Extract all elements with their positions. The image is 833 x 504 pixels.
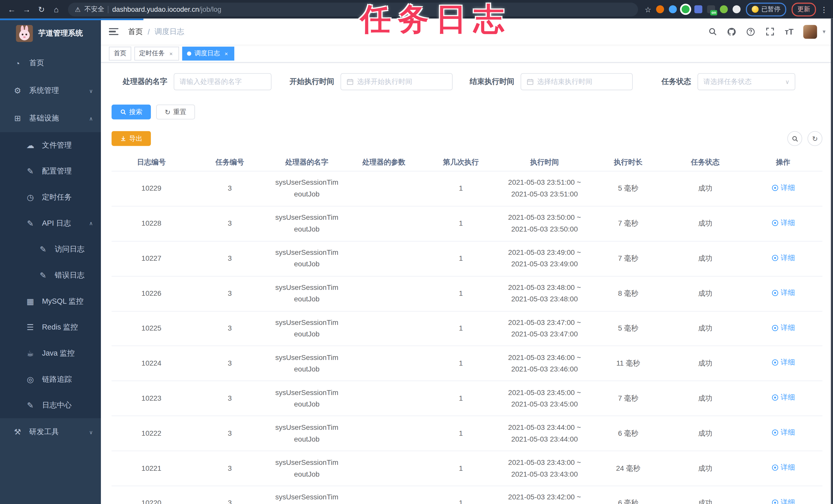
tab-首页[interactable]: 首页 <box>109 47 131 60</box>
toggle-search-button[interactable] <box>787 131 802 146</box>
sidebar-item-label: 首页 <box>29 58 44 68</box>
detail-link[interactable]: 详细 <box>771 322 795 334</box>
browser-reload-icon[interactable]: ↻ <box>35 3 48 16</box>
reset-button[interactable]: ↻ 重置 <box>156 105 195 120</box>
table-row: 10221 3 sysUserSessionTimeoutJob 1 2021-… <box>112 451 823 486</box>
end-time-picker[interactable]: 选择结束执行时间 <box>521 73 633 90</box>
ext-orange-ring-icon[interactable] <box>656 5 664 13</box>
detail-link[interactable]: 详细 <box>771 252 795 264</box>
address-bar[interactable]: ⚠ 不安全 dashboard.yudao.iocoder.cn/job/log <box>68 2 638 16</box>
detail-link[interactable]: 详细 <box>771 392 795 404</box>
sidebar-item-定时任务[interactable]: ◷定时任务 <box>0 184 101 210</box>
browser-home-icon[interactable]: ⌂ <box>50 3 63 16</box>
font-size-icon[interactable]: ᴛT <box>784 27 794 36</box>
sidebar-item-label: 配置管理 <box>42 166 72 176</box>
close-tab-icon[interactable]: × <box>168 50 174 56</box>
browser-menu-icon[interactable]: ⋮ <box>820 5 828 14</box>
cell-duration: 5 毫秒 <box>590 323 667 334</box>
cell-handler-name: sysUserSessionTimeoutJob <box>268 422 346 445</box>
user-menu-caret-icon[interactable]: ▾ <box>823 28 825 35</box>
sidebar-item-MySQL-监控[interactable]: ▦MySQL 监控 <box>0 288 101 314</box>
fullscreen-icon[interactable] <box>765 27 775 36</box>
eye-icon <box>771 499 779 504</box>
hamburger-icon[interactable] <box>109 26 119 37</box>
close-tab-icon[interactable]: × <box>223 50 230 56</box>
cell-actions: 详细 <box>744 182 822 195</box>
start-time-picker[interactable]: 选择开始执行时间 <box>340 73 453 90</box>
sidebar-item-label: Redis 监控 <box>42 322 78 332</box>
sidebar-item-Redis-监控[interactable]: ☰Redis 监控 <box>0 314 101 340</box>
ext-green-leaf-icon[interactable] <box>720 5 728 13</box>
cell-exec-time: 2021-05-03 23:47:00 ~2021-05-03 23:47:00 <box>499 317 590 340</box>
breadcrumb-home[interactable]: 首页 <box>128 27 143 36</box>
cell-exec-time: 2021-05-03 23:45:00 ~2021-05-03 23:45:00 <box>499 387 590 410</box>
cell-task-id: 3 <box>191 253 268 264</box>
sidebar-item-日志中心[interactable]: ✎日志中心 <box>0 392 101 418</box>
cell-retry-count: 1 <box>422 288 499 300</box>
sidebar-item-错误日志[interactable]: ✎错误日志 <box>0 262 101 288</box>
cell-log-id: 10227 <box>112 253 191 264</box>
cell-status: 成功 <box>667 253 744 264</box>
sidebar-item-label: 访问日志 <box>55 244 85 254</box>
ext-grid-icon[interactable] <box>694 5 703 13</box>
redis-monitor-icon: ☰ <box>24 322 37 332</box>
column-header: 执行时长 <box>590 157 667 167</box>
table-row: 10220 3 sysUserSessionTimeoutJob 1 2021-… <box>112 486 823 504</box>
detail-link[interactable]: 详细 <box>771 497 795 504</box>
ext-puzzle-icon[interactable] <box>733 5 741 13</box>
column-header: 操作 <box>744 157 822 167</box>
breadcrumb-current: 调度日志 <box>154 27 184 36</box>
ext-green-v-icon[interactable] <box>682 5 690 13</box>
eye-icon <box>771 219 779 226</box>
sidebar-item-访问日志[interactable]: ✎访问日志 <box>0 236 101 262</box>
browser-forward-icon[interactable]: → <box>20 3 33 16</box>
paused-extension-pill[interactable]: 已暂停 <box>746 2 786 16</box>
handler-name-input[interactable]: 请输入处理器的名字 <box>174 73 271 90</box>
browser-toolbar: ← → ↻ ⌂ ⚠ 不安全 dashboard.yudao.iocoder.cn… <box>0 0 833 19</box>
access-log-icon: ✎ <box>37 244 49 254</box>
tab-定时任务[interactable]: 定时任务× <box>135 47 179 60</box>
header-search-icon[interactable] <box>708 27 717 36</box>
detail-link[interactable]: 详细 <box>771 427 795 438</box>
detail-link[interactable]: 详细 <box>771 462 795 474</box>
status-select[interactable]: 请选择任务状态 ∨ <box>697 73 795 90</box>
update-browser-button[interactable]: 更新 <box>791 2 816 16</box>
github-icon[interactable] <box>727 27 736 36</box>
sidebar-item-配置管理[interactable]: ✎配置管理 <box>0 158 101 184</box>
dashboard-icon: ◔ <box>11 58 24 68</box>
sidebar-item-基础设施[interactable]: ⊞基础设施∧ <box>0 105 101 132</box>
sidebar-item-研发工具[interactable]: ⚒研发工具∨ <box>0 418 101 446</box>
sidebar-item-文件管理[interactable]: ☁文件管理 <box>0 132 101 158</box>
page-scrollbar[interactable] <box>831 19 833 504</box>
detail-link[interactable]: 详细 <box>771 217 795 229</box>
search-button[interactable]: 搜索 <box>112 105 151 120</box>
trace-eye-icon: ◎ <box>24 375 37 384</box>
app-logo-row[interactable]: 芋道管理系统 <box>0 19 101 48</box>
export-button[interactable]: 导出 <box>112 131 151 146</box>
cell-handler-name: sysUserSessionTimeoutJob <box>268 177 346 200</box>
cell-log-id: 10221 <box>112 462 191 474</box>
browser-back-icon[interactable]: ← <box>5 3 18 16</box>
bookmark-star-icon[interactable]: ☆ <box>645 5 651 14</box>
sidebar-item-链路追踪[interactable]: ◎链路追踪 <box>0 366 101 392</box>
cell-task-id: 3 <box>191 323 268 334</box>
user-avatar[interactable] <box>804 25 817 39</box>
detail-link[interactable]: 详细 <box>771 287 795 299</box>
sidebar-item-API-日志[interactable]: ✎API 日志∧ <box>0 210 101 236</box>
top-navbar: 首页 / 调度日志 ᴛT ▾ <box>101 19 833 45</box>
cell-actions: 详细 <box>744 252 822 265</box>
help-icon[interactable] <box>746 27 756 36</box>
refresh-table-button[interactable]: ↻ <box>807 131 822 146</box>
ext-on-badge-icon[interactable]: on <box>707 5 715 13</box>
detail-link[interactable]: 详细 <box>771 357 795 369</box>
tab-调度日志[interactable]: 调度日志× <box>182 47 234 60</box>
sidebar-item-首页[interactable]: ◔首页 <box>0 49 101 77</box>
sidebar-item-Java-监控[interactable]: ☕Java 监控 <box>0 340 101 367</box>
eye-icon <box>771 184 779 192</box>
sidebar-item-系统管理[interactable]: ⚙系统管理∨ <box>0 77 101 105</box>
ext-blue-drop-icon[interactable] <box>669 5 677 13</box>
sidebar-item-label: 日志中心 <box>42 400 72 410</box>
cell-task-id: 3 <box>191 428 268 439</box>
detail-link[interactable]: 详细 <box>771 182 795 194</box>
filter-form: 处理器的名字 请输入处理器的名字 开始执行时间 选择开始执行时间 结束执行时间 … <box>112 73 823 90</box>
